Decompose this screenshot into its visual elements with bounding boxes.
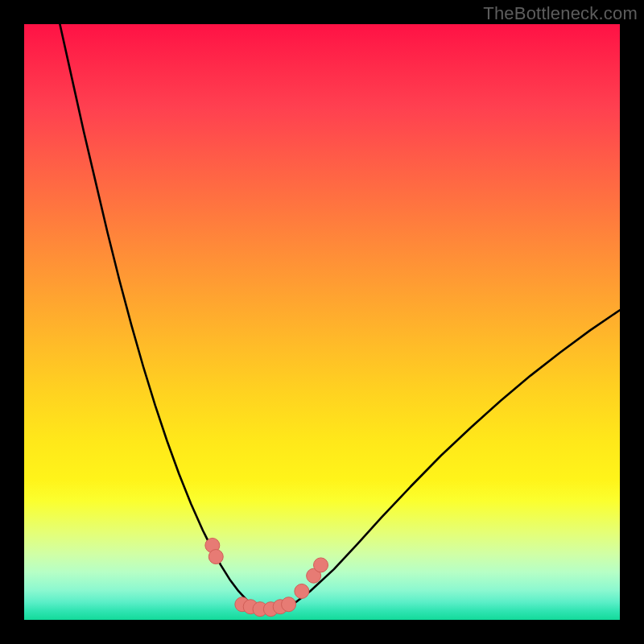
curve-marker <box>295 584 309 598</box>
chart-overlay <box>24 24 620 620</box>
curve-marker <box>208 550 223 564</box>
curve-markers <box>205 539 328 617</box>
curve-marker <box>282 597 296 612</box>
curve-marker <box>314 558 328 572</box>
chart-frame: TheBottleneck.com <box>0 0 644 644</box>
plot-area <box>24 24 620 620</box>
bottleneck-curve <box>60 24 620 611</box>
watermark-text: TheBottleneck.com <box>483 3 638 24</box>
